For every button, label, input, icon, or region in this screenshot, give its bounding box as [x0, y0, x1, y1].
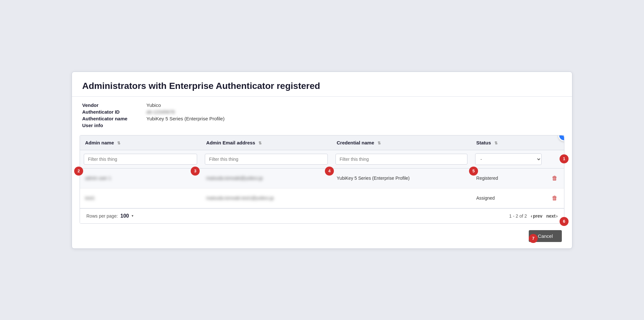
col-admin-email-label: Admin Email address	[206, 140, 255, 145]
col-admin-email[interactable]: Admin Email address ⇅	[201, 135, 331, 150]
trash-icon: 🗑	[552, 175, 558, 182]
filter-status-select[interactable]: - Registered Assigned	[475, 153, 542, 165]
modal-wrapper: 1 2 3 4 5 6 7 Administrators with Enterp…	[72, 72, 572, 249]
filter-row: - Registered Assigned	[80, 150, 564, 168]
vendor-value: Yubico	[146, 102, 161, 108]
prev-chevron-icon: ‹	[531, 213, 532, 219]
auth-id-value: ab-12345678	[146, 109, 175, 115]
auth-name-value: YubiKey 5 Series (Enterprise Profile)	[146, 116, 224, 121]
pagination-info: 1 - 2 of 2	[509, 213, 527, 219]
row2-status: Assigned	[471, 188, 545, 208]
user-info-label: User info	[82, 123, 146, 128]
badge-7: 7	[529, 234, 538, 243]
col-admin-name[interactable]: Admin name ⇅	[80, 135, 201, 150]
admin-table: Admin name ⇅ Admin Email address ⇅ Crede…	[80, 135, 564, 208]
col-credential-name-label: Credential name	[337, 140, 374, 145]
delete-row2-button[interactable]: 🗑	[551, 194, 559, 203]
col-admin-name-label: Admin name	[85, 140, 114, 145]
row1-credential-name: YubiKey 5 Series (Enterprise Profile)	[332, 168, 471, 188]
modal: Administrators with Enterprise Authentic…	[72, 72, 572, 249]
badge-2: 2	[74, 167, 83, 176]
row1-status: Registered	[471, 168, 545, 188]
row2-credential-name	[332, 188, 471, 208]
badge-6: 6	[560, 217, 569, 226]
modal-header: Administrators with Enterprise Authentic…	[72, 72, 572, 97]
col-status[interactable]: Status ⇅	[471, 135, 545, 150]
sort-credential-name-icon: ⇅	[378, 141, 381, 145]
row2-actions: 🗑	[545, 188, 564, 208]
sort-status-icon: ⇅	[494, 141, 498, 145]
filter-credential-name-cell	[332, 150, 471, 168]
modal-footer: Cancel	[72, 226, 572, 248]
next-label: next	[546, 213, 556, 219]
table-footer: Rows per page: 100 ▾ 1 - 2 of 2 ‹ prev n…	[80, 208, 564, 223]
row2-admin-email: matsuda.tomoaki.test1@yubico.jp	[201, 188, 331, 208]
user-info-row: User info	[82, 123, 562, 128]
delete-row1-button[interactable]: 🗑	[551, 174, 559, 183]
col-status-label: Status	[476, 140, 491, 145]
badge-1: 1	[560, 154, 569, 163]
page-title: Administrators with Enterprise Authentic…	[82, 81, 562, 91]
filter-status-cell: - Registered Assigned	[471, 150, 545, 168]
table-row: admin user 1 matsuda.tomoaki@yubico.jp Y…	[80, 168, 564, 188]
filter-admin-name-input[interactable]	[84, 154, 197, 165]
trash-icon: 🗑	[552, 195, 558, 202]
next-page-button[interactable]: next ›	[546, 213, 558, 219]
modal-info-section: Vendor Yubico Authenticator ID ab-123456…	[72, 97, 572, 133]
next-chevron-icon: ›	[556, 213, 558, 219]
filter-admin-email-input[interactable]	[205, 154, 327, 165]
row2-admin-name: test1	[80, 188, 201, 208]
rows-per-page-section: Rows per page: 100 ▾	[86, 213, 134, 219]
filter-credential-name-input[interactable]	[335, 154, 467, 165]
auth-name-row: Authenticator name YubiKey 5 Series (Ent…	[82, 116, 562, 121]
row1-admin-email: matsuda.tomoaki@yubico.jp	[201, 168, 331, 188]
auth-name-label: Authenticator name	[82, 116, 146, 121]
auth-id-row: Authenticator ID ab-12345678	[82, 109, 562, 115]
badge-3: 3	[191, 167, 200, 176]
sort-admin-name-icon: ⇅	[117, 141, 120, 145]
row1-admin-name: admin user 1	[80, 168, 201, 188]
pagination-section: 1 - 2 of 2 ‹ prev next ›	[509, 213, 558, 219]
table-header-row: Admin name ⇅ Admin Email address ⇅ Crede…	[80, 135, 564, 150]
badge-4: 4	[325, 167, 334, 176]
col-credential-name[interactable]: Credential name ⇅	[332, 135, 471, 150]
rows-per-page-value[interactable]: 100	[120, 213, 129, 219]
table-container: + Admin name ⇅ Admin Email address ⇅	[80, 135, 564, 224]
rows-per-page-label: Rows per page:	[86, 213, 118, 219]
filter-admin-name-cell	[80, 150, 201, 168]
sort-admin-email-icon: ⇅	[258, 141, 262, 145]
prev-page-button[interactable]: ‹ prev	[531, 213, 542, 219]
rows-per-page-dropdown-icon[interactable]: ▾	[132, 214, 134, 218]
vendor-label: Vendor	[82, 102, 146, 108]
prev-label: prev	[533, 213, 543, 219]
table-row: test1 matsuda.tomoaki.test1@yubico.jp As…	[80, 188, 564, 208]
auth-id-label: Authenticator ID	[82, 109, 146, 115]
badge-5: 5	[469, 167, 478, 176]
vendor-row: Vendor Yubico	[82, 102, 562, 108]
filter-admin-email-cell	[201, 150, 331, 168]
row1-actions: 🗑	[545, 168, 564, 188]
